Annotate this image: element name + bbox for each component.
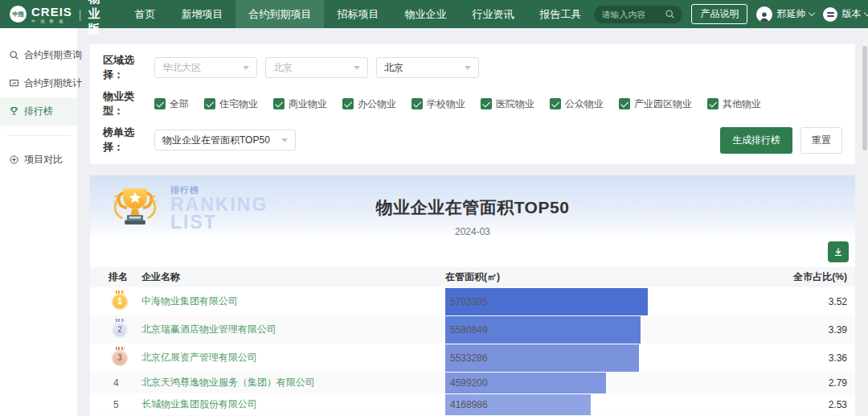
region-select[interactable]: 华北大区	[154, 57, 257, 78]
brand: 中指 CREIS 中 指 数 据 | 物业版	[10, 0, 100, 37]
region-select[interactable]: 北京	[376, 57, 479, 78]
property-type-checkbox[interactable]: 学校物业	[411, 97, 465, 111]
brand-name-sub: 中 指 数 据	[31, 19, 72, 23]
property-type-checkboxes: 全部住宅物业商业物业办公物业学校物业医院物业公众物业产业园区物业其他物业	[154, 97, 761, 111]
sidebar-item-contract-query[interactable]: 合约到期查询	[0, 41, 77, 69]
checkbox-checked-icon	[619, 98, 630, 109]
area-bar-cell: 4168986	[445, 393, 759, 415]
brand-divider: |	[79, 8, 82, 21]
scrollbar-thumb[interactable]	[862, 46, 867, 150]
stats-board-icon	[9, 78, 19, 89]
chevron-down-icon	[809, 10, 815, 16]
chevron-down-icon	[864, 10, 868, 16]
brand-name: CREIS	[31, 6, 72, 18]
sidebar-item-contract-stats[interactable]: 合约到期统计	[0, 69, 77, 97]
search-icon	[665, 9, 675, 19]
table-row: 4北京天鸿尊逸物业服务（集团）有限公司45992002.79	[90, 372, 855, 393]
download-icon	[833, 246, 844, 257]
area-bar: 4168986	[445, 394, 591, 415]
top-navbar: 中指 CREIS 中 指 数 据 | 物业版 首页新增项目合约到期项目招标项目物…	[0, 0, 868, 28]
user-avatar	[756, 6, 772, 23]
nav-item[interactable]: 合约到期项目	[235, 0, 324, 28]
table-row: 5长城物业集团股份有限公司41689862.53	[90, 393, 855, 415]
filter-panel: 区域选择： 华北大区北京北京 物业类型： 全部住宅物业商业物业办公物业学校物业医…	[90, 44, 855, 164]
col-header-area: 在管面积(㎡)	[445, 267, 759, 287]
property-type-checkbox[interactable]: 商业物业	[273, 97, 327, 111]
share-value: 2.79	[759, 372, 855, 393]
region-label: 区域选择：	[103, 53, 154, 82]
nav-item[interactable]: 报告工具	[526, 0, 594, 28]
company-name-link[interactable]: 北京亿展资产管理有限公司	[141, 344, 445, 372]
property-type-checkbox[interactable]: 办公物业	[342, 97, 396, 111]
area-bar-cell: 5580849	[445, 315, 759, 344]
property-type-checkbox[interactable]: 全部	[154, 97, 189, 111]
checkbox-checked-icon	[154, 98, 166, 109]
rank-cell: 1	[90, 287, 141, 315]
area-bar-cell: 5533286	[445, 344, 759, 372]
col-header-rank: 排名	[90, 267, 141, 287]
ranking-table: 排名 企业名称 在管面积(㎡) 全市占比(%) 1中海物业集团有限公司57933…	[90, 267, 855, 416]
sidebar-item-project-compare[interactable]: 项目对比	[0, 146, 77, 174]
area-value: 5533286	[445, 352, 488, 364]
checkbox-checked-icon	[273, 98, 285, 109]
search-icon	[9, 50, 19, 60]
global-search[interactable]	[594, 6, 682, 23]
company-name-link[interactable]: 长城物业集团股份有限公司	[141, 393, 445, 415]
sidebar-item-ranking[interactable]: 排行榜	[0, 97, 77, 126]
silver-medal-icon: 2	[112, 322, 128, 338]
ranking-period: 2024-03	[90, 226, 855, 237]
nav-item[interactable]: 物业企业	[391, 0, 459, 28]
property-type-checkbox[interactable]: 医院物业	[481, 97, 534, 111]
version-label: 版本	[841, 7, 861, 21]
share-value: 3.52	[759, 287, 855, 315]
download-button[interactable]	[828, 241, 849, 262]
region-select[interactable]: 北京	[265, 57, 368, 78]
property-type-checkbox[interactable]: 公众物业	[550, 97, 604, 111]
company-name-link[interactable]: 北京天鸿尊逸物业服务（集团）有限公司	[141, 372, 445, 393]
main-content: 区域选择： 华北大区北京北京 物业类型： 全部住宅物业商业物业办公物业学校物业医…	[77, 28, 868, 416]
col-header-company: 企业名称	[141, 267, 445, 287]
nav-item[interactable]: 新增项目	[168, 0, 235, 28]
navbar-right: 产品说明 邢延帅 版本	[594, 4, 868, 24]
creis-logo-icon: 中指	[10, 6, 27, 23]
checkbox-checked-icon	[707, 98, 719, 109]
area-bar: 5793395	[445, 288, 648, 315]
generate-ranking-button[interactable]: 生成排行榜	[720, 127, 792, 154]
company-name-link[interactable]: 北京瑞赢酒店物业管理有限公司	[141, 315, 445, 344]
sidebar: 合约到期查询 合约到期统计 排行榜 项目对比	[0, 28, 77, 416]
search-input[interactable]	[601, 10, 665, 19]
table-row: 3北京亿展资产管理有限公司55332863.36	[90, 344, 855, 372]
ranking-list-select[interactable]: 物业企业在管面积TOP50	[154, 130, 296, 150]
page-scrollbar[interactable]	[862, 28, 868, 416]
property-type-checkbox[interactable]: 住宅物业	[204, 97, 258, 111]
checkbox-checked-icon	[204, 98, 215, 109]
bronze-medal-icon: 3	[112, 350, 128, 366]
company-name-link[interactable]: 中海物业集团有限公司	[141, 287, 445, 315]
area-bar: 5533286	[445, 344, 639, 372]
share-value: 3.36	[759, 344, 855, 372]
version-menu[interactable]: 版本	[823, 7, 868, 22]
region-selects: 华北大区北京北京	[154, 57, 487, 78]
ranking-banner: 排行榜 RANKING LIST 物业企业在管面积TOP50 2024-03	[90, 175, 855, 240]
select-caret-icon	[243, 66, 249, 70]
sidebar-divider	[6, 135, 71, 136]
trophy-icon	[9, 106, 19, 117]
share-value: 3.39	[759, 315, 855, 344]
user-name: 邢延帅	[776, 7, 805, 21]
table-row: 1中海物业集团有限公司57933953.52	[90, 287, 855, 315]
rank-cell: 5	[90, 393, 141, 415]
nav-item[interactable]: 首页	[121, 0, 168, 28]
area-bar-cell: 5793395	[445, 287, 759, 315]
property-type-checkbox[interactable]: 其他物业	[707, 97, 761, 111]
nav-item[interactable]: 行业资讯	[459, 0, 526, 28]
table-row: 2北京瑞赢酒店物业管理有限公司55808493.39	[90, 315, 855, 344]
nav-item[interactable]: 招标项目	[324, 0, 391, 28]
property-type-checkbox[interactable]: 产业园区物业	[619, 97, 692, 111]
product-doc-button[interactable]: 产品说明	[691, 4, 747, 24]
checkbox-checked-icon	[342, 98, 354, 109]
reset-button[interactable]: 重置	[800, 127, 842, 154]
select-caret-icon	[281, 138, 288, 142]
checkbox-checked-icon	[481, 98, 492, 109]
share-value: 2.53	[759, 393, 855, 415]
user-menu[interactable]: 邢延帅	[756, 6, 814, 23]
